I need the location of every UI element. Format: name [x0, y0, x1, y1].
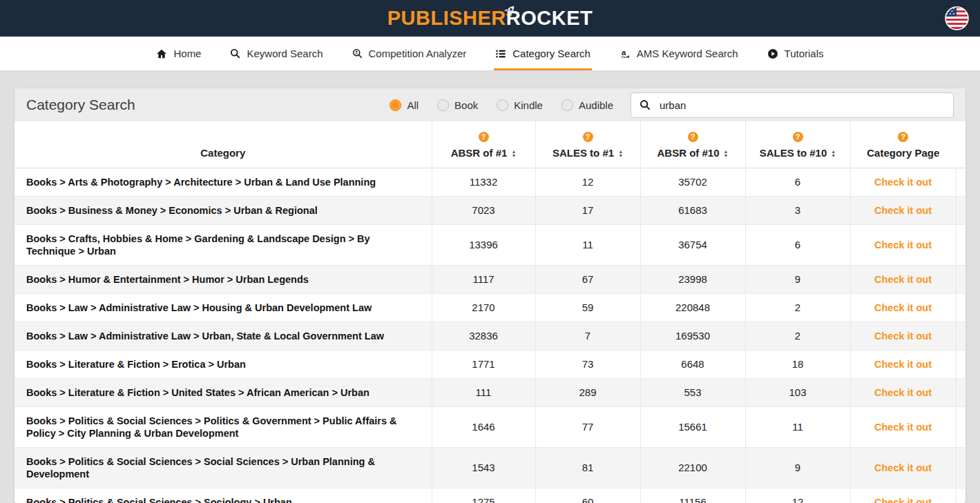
radio-all[interactable]: All	[390, 99, 419, 111]
column-header-sales-to-1[interactable]: SALES to #1	[535, 121, 640, 168]
column-header-sales-to-10[interactable]: SALES to #10	[745, 121, 850, 168]
sales-to-10-cell: 6	[745, 168, 850, 197]
absr-of-10-cell: 36754	[640, 225, 745, 266]
category-search-panel: Category Search All Book Kindle Audible	[15, 88, 965, 503]
table-edge-spacer	[956, 379, 965, 407]
table-edge-spacer	[956, 294, 965, 322]
nav-label: Tutorials	[785, 48, 824, 59]
sales-to-10-cell: 103	[745, 379, 850, 407]
category-cell: Books > Law > Administrative Law > Housi…	[15, 294, 432, 322]
check-it-out-link[interactable]: Check it out	[874, 331, 932, 342]
help-icon[interactable]	[583, 132, 593, 142]
nav-label: Competition Analyzer	[369, 48, 467, 59]
column-header-absr-of-10[interactable]: ABSR of #10	[640, 121, 745, 168]
absr-of-10-cell: 35702	[640, 168, 745, 197]
filter-radio-group: All Book Kindle Audible	[390, 99, 613, 111]
absr-of-10-cell: 15661	[640, 407, 745, 448]
us-flag-language-icon[interactable]	[945, 6, 969, 30]
check-it-out-link[interactable]: Check it out	[874, 422, 932, 433]
table-edge-spacer	[956, 121, 965, 168]
publisher-rocket-logo: PUBLISHER ROCKET	[387, 8, 593, 28]
column-header-absr-of-1[interactable]: ABSR of #1	[432, 121, 535, 168]
table-row: Books > Crafts, Hobbies & Home > Gardeni…	[15, 225, 965, 266]
sales-to-10-cell: 9	[745, 266, 850, 294]
radio-dot	[561, 99, 573, 111]
help-icon[interactable]	[898, 132, 908, 142]
table-edge-spacer	[956, 489, 965, 503]
radio-book[interactable]: Book	[437, 99, 478, 111]
absr-of-1-cell: 13396	[432, 225, 535, 266]
table-row: Books > Politics & Social Sciences > Soc…	[15, 448, 965, 489]
sort-icon[interactable]	[618, 150, 623, 158]
absr-of-1-cell: 11332	[432, 168, 535, 197]
sales-to-10-cell: 12	[745, 489, 850, 503]
table-edge-spacer	[956, 407, 965, 448]
absr-of-10-cell: 169530	[640, 322, 745, 351]
search-input[interactable]	[658, 99, 945, 112]
category-cell: Books > Literature & Fiction > Erotica >…	[15, 351, 432, 379]
amazon-a-icon: a	[619, 48, 631, 59]
table-edge-spacer	[956, 351, 965, 379]
category-cell: Books > Business & Money > Economics > U…	[15, 197, 432, 225]
absr-of-1-cell: 1543	[432, 448, 535, 489]
sort-icon[interactable]	[831, 150, 836, 158]
nav-item-competition-analyzer[interactable]: Competition Analyzer	[352, 37, 467, 70]
sales-to-1-cell: 77	[535, 407, 640, 448]
absr-of-1-cell: 2170	[432, 294, 535, 322]
table-edge-spacer	[956, 168, 965, 197]
table-row: Books > Law > Administrative Law > Urban…	[15, 322, 965, 351]
main-nav: Home Keyword Search Competition Analyzer…	[0, 37, 980, 71]
help-icon[interactable]	[793, 132, 803, 142]
check-it-out-link[interactable]: Check it out	[874, 387, 932, 398]
search-icon	[640, 99, 651, 110]
category-cell: Books > Law > Administrative Law > Urban…	[15, 322, 432, 351]
sales-to-1-cell: 7	[535, 322, 640, 351]
absr-of-1-cell: 7023	[432, 197, 535, 225]
sales-to-10-cell: 3	[745, 197, 850, 225]
sort-icon[interactable]	[511, 150, 516, 158]
table-row: Books > Politics & Social Sciences > Soc…	[15, 489, 965, 503]
check-it-out-link[interactable]: Check it out	[874, 274, 932, 285]
absr-of-1-cell: 1771	[432, 351, 535, 379]
magnifier-icon	[230, 48, 240, 59]
check-it-out-link[interactable]: Check it out	[874, 359, 932, 370]
sales-to-10-cell: 2	[745, 322, 850, 351]
table-row: Books > Literature & Fiction > United St…	[15, 379, 965, 407]
help-icon[interactable]	[688, 132, 698, 142]
sort-icon[interactable]	[724, 150, 729, 158]
absr-of-1-cell: 1117	[432, 266, 535, 294]
check-it-out-link[interactable]: Check it out	[874, 239, 932, 250]
play-circle-icon	[767, 48, 778, 59]
sales-to-10-cell: 2	[745, 294, 850, 322]
home-icon	[156, 48, 167, 59]
absr-of-1-cell: 32836	[432, 322, 535, 351]
check-it-out-link[interactable]: Check it out	[874, 497, 932, 503]
table-row: Books > Literature & Fiction > Erotica >…	[15, 351, 965, 379]
check-it-out-link[interactable]: Check it out	[874, 462, 932, 473]
nav-item-tutorials[interactable]: Tutorials	[767, 37, 824, 70]
check-it-out-link[interactable]: Check it out	[874, 302, 932, 313]
nav-item-home[interactable]: Home	[156, 37, 201, 70]
sales-to-10-cell: 9	[745, 448, 850, 489]
panel-header: Category Search All Book Kindle Audible	[15, 88, 965, 121]
check-it-out-link[interactable]: Check it out	[874, 177, 932, 188]
nav-item-keyword-search[interactable]: Keyword Search	[230, 37, 323, 70]
table-header-row: Category ABSR of #1 SALES to #1 ABSR of …	[15, 121, 965, 168]
person-magnifier-icon	[352, 48, 363, 59]
category-cell: Books > Literature & Fiction > United St…	[15, 379, 432, 407]
radio-audible[interactable]: Audible	[561, 99, 613, 111]
radio-kindle[interactable]: Kindle	[497, 99, 543, 111]
category-cell: Books > Arts & Photography > Architectur…	[15, 168, 432, 197]
category-cell: Books > Humor & Entertainment > Humor > …	[15, 266, 432, 294]
help-icon[interactable]	[479, 132, 489, 142]
category-cell: Books > Politics & Social Sciences > Soc…	[15, 448, 432, 489]
absr-of-1-cell: 1275	[432, 489, 535, 503]
top-bar: PUBLISHER ROCKET	[0, 0, 980, 37]
check-it-out-link[interactable]: Check it out	[874, 205, 932, 216]
table-edge-spacer	[956, 197, 965, 225]
nav-item-ams-keyword-search[interactable]: a AMS Keyword Search	[619, 37, 738, 70]
sales-to-1-cell: 17	[535, 197, 640, 225]
absr-of-1-cell: 111	[432, 379, 535, 407]
nav-item-category-search[interactable]: Category Search	[495, 37, 590, 70]
category-search-box[interactable]	[631, 92, 954, 118]
